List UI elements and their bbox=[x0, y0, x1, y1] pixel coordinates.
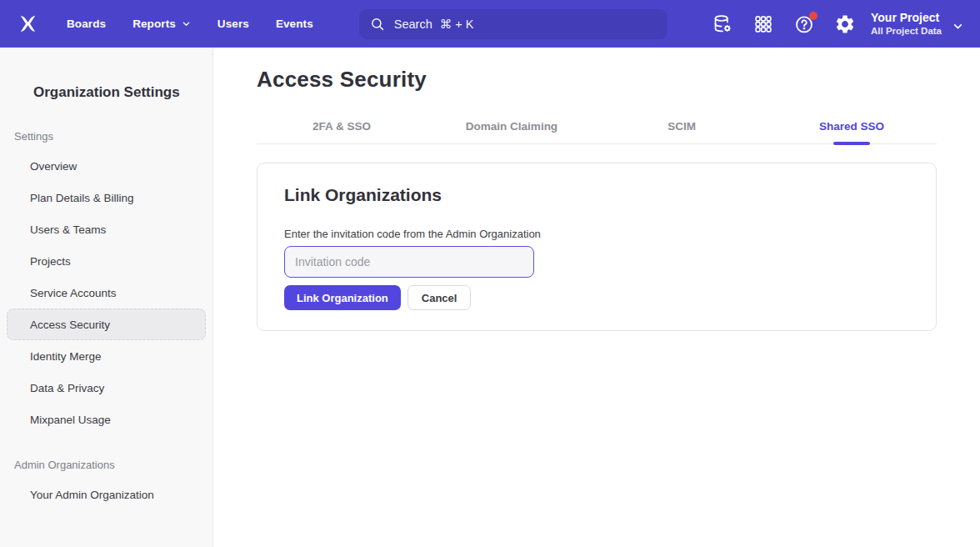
nav-users[interactable]: Users bbox=[218, 18, 249, 30]
invitation-code-label: Enter the invitation code from the Admin… bbox=[284, 228, 909, 240]
invitation-code-input[interactable] bbox=[284, 246, 534, 278]
sidebar-item-plan-details-billing[interactable]: Plan Details & Billing bbox=[7, 182, 206, 213]
nav-boards-label: Boards bbox=[67, 18, 106, 30]
nav-reports-label: Reports bbox=[132, 18, 176, 30]
sidebar-item-your-admin-organization[interactable]: Your Admin Organization bbox=[7, 479, 206, 510]
top-nav-bar: Boards Reports Users Events Search ⌘ + K bbox=[0, 0, 980, 48]
search-icon bbox=[370, 17, 385, 32]
project-subtitle: All Project Data bbox=[871, 25, 942, 37]
mixpanel-logo[interactable] bbox=[17, 13, 39, 35]
tab-scim[interactable]: SCIM bbox=[597, 116, 767, 143]
sidebar-item-mixpanel-usage[interactable]: Mixpanel Usage bbox=[7, 404, 206, 435]
nav-reports[interactable]: Reports bbox=[132, 18, 191, 30]
help-button[interactable] bbox=[793, 13, 815, 35]
settings-gear-icon bbox=[834, 13, 856, 35]
link-organizations-card: Link Organizations Enter the invitation … bbox=[257, 163, 937, 331]
sidebar: Organization Settings Settings Overview … bbox=[0, 48, 213, 547]
link-organization-button[interactable]: Link Organization bbox=[284, 285, 401, 310]
tab-shared-sso[interactable]: Shared SSO bbox=[767, 116, 937, 143]
nav-boards[interactable]: Boards bbox=[67, 18, 106, 30]
data-pipeline-button[interactable] bbox=[712, 13, 733, 35]
section-label-admin-organizations: Admin Organizations bbox=[14, 459, 212, 471]
chevron-down-icon bbox=[182, 19, 191, 28]
apps-grid-button[interactable] bbox=[752, 13, 774, 35]
sidebar-item-identity-merge[interactable]: Identity Merge bbox=[7, 340, 206, 372]
sidebar-item-projects[interactable]: Projects bbox=[7, 245, 206, 277]
cancel-button[interactable]: Cancel bbox=[408, 285, 472, 310]
mixpanel-x-icon bbox=[17, 13, 39, 35]
nav-events-label: Events bbox=[276, 18, 313, 30]
page-title: Access Security bbox=[257, 67, 937, 93]
tab-domain-claiming[interactable]: Domain Claiming bbox=[427, 116, 597, 143]
search-shortcut: ⌘ + K bbox=[440, 18, 474, 31]
sidebar-item-users-teams[interactable]: Users & Teams bbox=[7, 213, 206, 245]
notification-dot bbox=[809, 12, 818, 20]
search-placeholder: Search bbox=[394, 18, 432, 31]
nav-users-label: Users bbox=[218, 18, 249, 30]
tab-2fa-sso[interactable]: 2FA & SSO bbox=[257, 116, 427, 143]
sidebar-item-service-accounts[interactable]: Service Accounts bbox=[7, 277, 206, 309]
section-label-settings: Settings bbox=[14, 130, 212, 143]
chevron-down-icon bbox=[952, 21, 963, 32]
sidebar-title: Organization Settings bbox=[33, 84, 212, 101]
sidebar-item-overview[interactable]: Overview bbox=[7, 150, 206, 182]
search-input[interactable]: Search ⌘ + K bbox=[359, 9, 668, 39]
primary-nav: Boards Reports Users Events bbox=[67, 18, 313, 30]
settings-button[interactable] bbox=[834, 13, 856, 35]
card-actions: Link Organization Cancel bbox=[284, 285, 909, 310]
header-icon-group bbox=[712, 13, 856, 35]
sidebar-item-access-security[interactable]: Access Security bbox=[7, 309, 206, 340]
project-name: Your Project bbox=[871, 11, 942, 25]
main-content: Access Security 2FA & SSO Domain Claimin… bbox=[213, 48, 980, 547]
sidebar-item-data-privacy[interactable]: Data & Privacy bbox=[7, 372, 206, 404]
tab-bar: 2FA & SSO Domain Claiming SCIM Shared SS… bbox=[257, 116, 937, 144]
apps-grid-icon bbox=[752, 13, 774, 35]
nav-events[interactable]: Events bbox=[276, 18, 313, 30]
card-title: Link Organizations bbox=[284, 185, 909, 205]
data-pipeline-icon bbox=[712, 13, 733, 35]
project-switcher[interactable]: Your Project All Project Data bbox=[871, 11, 963, 37]
